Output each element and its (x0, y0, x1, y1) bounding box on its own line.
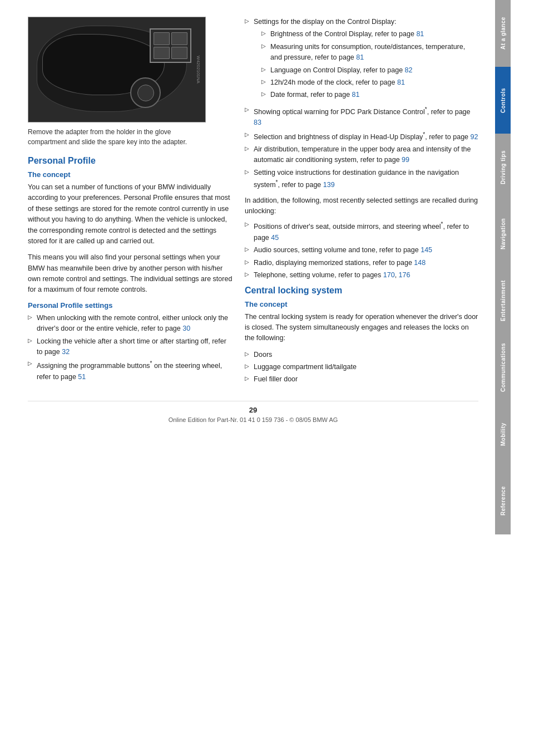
recalled-bullets: Positions of driver's seat, outside mirr… (245, 220, 478, 281)
radio-bullet: Radio, displaying memorized stations, re… (245, 258, 478, 268)
image-caption: Remove the adapter from the holder in th… (28, 127, 206, 147)
sidebar-tab-at-glance[interactable]: At a glance (495, 0, 511, 67)
central-locking-section: Central locking system The concept The c… (245, 286, 478, 385)
pdc-bullet: Showing optical warning for PDC Park Dis… (245, 105, 478, 129)
sidebar-tab-mobility[interactable]: Mobility (495, 401, 511, 468)
central-concept-text: The central locking system is ready for … (245, 312, 478, 344)
page-number: 29 (249, 406, 257, 414)
settings-bullet-1: When unlocking with the remote control, … (28, 313, 234, 335)
personal-profile-heading: Personal Profile (28, 156, 234, 166)
central-locking-bullets: Doors Luggage compartment lid/tailgate F… (245, 350, 478, 385)
link-30[interactable]: 30 (182, 325, 190, 332)
settings-bullet-2: Locking the vehicle after a short time o… (28, 336, 234, 358)
left-column: W4202101NA Remove the adapter from the h… (28, 17, 234, 390)
right-sidebar: At a glance Controls Driving tips Naviga… (495, 0, 511, 756)
control-display-parent: Settings for the display on the Control … (245, 17, 478, 101)
central-concept-heading: The concept (245, 300, 478, 308)
sidebar-tab-reference[interactable]: Reference (495, 468, 511, 534)
watermark: W4202101NA (196, 56, 201, 84)
car-key-image: W4202101NA (28, 17, 206, 122)
link-51[interactable]: 51 (78, 373, 86, 381)
concept-text-2: This means you will also find your perso… (28, 252, 234, 296)
control-display-bullets: Settings for the display on the Control … (245, 17, 478, 191)
link-81c[interactable]: 81 (397, 78, 405, 86)
settings-bullet-3: Assigning the programmable buttons* on t… (28, 359, 234, 382)
link-170[interactable]: 170 (383, 271, 395, 279)
link-81b[interactable]: 81 (356, 53, 364, 61)
link-99[interactable]: 99 (402, 156, 409, 164)
page-footer: 29 Online Edition for Part-Nr. 01 41 0 1… (28, 401, 478, 423)
link-45[interactable]: 45 (271, 234, 279, 242)
sidebar-tab-driving[interactable]: Driving tips (495, 134, 511, 200)
link-83[interactable]: 83 (254, 119, 261, 126)
sidebar-tab-communications[interactable]: Communications (495, 334, 511, 401)
concept-text-1: You can set a number of functions of you… (28, 182, 234, 247)
recalled-note: In addition, the following, most recentl… (245, 195, 478, 217)
hud-bullet: Selection and brightness of display in H… (245, 130, 478, 143)
link-81d[interactable]: 81 (352, 91, 360, 99)
audio-bullet: Audio sources, setting volume and tone, … (245, 245, 478, 256)
doors-bullet: Doors (245, 350, 478, 360)
air-bullet: Air distribution, temperature in the upp… (245, 144, 478, 166)
sidebar-tab-entertainment[interactable]: Entertainment (495, 267, 511, 334)
seat-bullet: Positions of driver's seat, outside mirr… (245, 220, 478, 243)
settings-bullet-list: When unlocking with the remote control, … (28, 313, 234, 382)
language-bullet: Language on Control Display, refer to pa… (254, 65, 478, 76)
voice-bullet: Setting voice instructions for destinati… (245, 168, 478, 191)
link-82[interactable]: 82 (405, 66, 413, 74)
fuel-bullet: Fuel filler door (245, 374, 478, 385)
link-148[interactable]: 148 (414, 259, 426, 267)
concept-heading: The concept (28, 170, 234, 179)
date-bullet: Date format, refer to page 81 (254, 90, 478, 100)
link-145[interactable]: 145 (421, 246, 432, 254)
central-locking-heading: Central locking system (245, 286, 478, 296)
telephone-bullet: Telephone, setting volume, refer to page… (245, 270, 478, 281)
luggage-bullet: Luggage compartment lid/tailgate (245, 362, 478, 372)
link-81a[interactable]: 81 (416, 30, 424, 38)
brightness-bullet: Brightness of the Control Display, refer… (254, 29, 478, 40)
settings-heading: Personal Profile settings (28, 301, 234, 310)
link-92[interactable]: 92 (471, 133, 478, 141)
right-column: Settings for the display on the Control … (245, 17, 478, 390)
main-content: W4202101NA Remove the adapter from the h… (0, 0, 495, 756)
clock-bullet: 12h/24h mode of the clock, refer to page… (254, 77, 478, 88)
sidebar-tab-navigation[interactable]: Navigation (495, 200, 511, 267)
measuring-bullet: Measuring units for consumption, route/d… (254, 42, 478, 63)
link-139[interactable]: 139 (323, 181, 335, 189)
link-176[interactable]: 176 (399, 271, 411, 279)
sidebar-tab-controls[interactable]: Controls (495, 67, 511, 134)
footer-text: Online Edition for Part-Nr. 01 41 0 159 … (169, 416, 338, 423)
two-column-layout: W4202101NA Remove the adapter from the h… (28, 17, 478, 390)
link-32[interactable]: 32 (62, 348, 70, 356)
